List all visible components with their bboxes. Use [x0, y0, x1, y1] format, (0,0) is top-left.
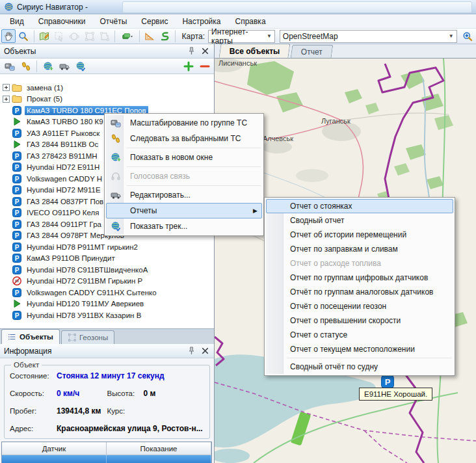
submenu-item-0[interactable]: Отчет о стоянках [266, 199, 453, 213]
object-groupbox: Объект Состояние: Стоянка 12 минут 17 се… [4, 361, 210, 439]
svg-text:P: P [15, 130, 20, 137]
submenu-item-8[interactable]: Отчет о превышении скорости [266, 313, 453, 328]
map-edit-button[interactable] [37, 29, 51, 43]
select-circle-button[interactable] [67, 29, 81, 43]
tree-item[interactable]: PКамАЗ Р911ОВ Принудит [0, 253, 214, 265]
select-polygon-button[interactable] [98, 29, 112, 43]
vehicle-p-icon: P [12, 219, 22, 230]
add-object-button[interactable] [181, 59, 196, 73]
tree-item-label: IVECO О911РО Келя [25, 208, 101, 217]
folder-icon [12, 83, 22, 93]
zoom-to-group-button[interactable] [2, 59, 17, 73]
tree-item-label: Hyundai HD78 С911ВТШвидченкоА [25, 265, 150, 274]
submenu-item-4[interactable]: Отчет о расходе топлива [266, 256, 453, 271]
info-panel-body: Объект Состояние: Стоянка 12 минут 17 се… [0, 358, 214, 442]
remove-object-button[interactable] [197, 59, 212, 73]
tab-report[interactable]: Отчет [291, 45, 334, 58]
svg-text:P: P [15, 153, 20, 160]
arrow-green-icon [12, 116, 22, 127]
tree-item[interactable]: PHyundai HD78 С911ВТШвидченкоА [0, 264, 214, 276]
context-menu-item-1[interactable]: Следовать за выбранными ТС [106, 131, 262, 146]
edit-object-button[interactable] [57, 59, 72, 73]
map-label-luhansk: Луганськ [321, 117, 350, 125]
submenu-item-12[interactable]: Сводный отчёт по судну [266, 360, 453, 374]
pin-icon[interactable] [187, 346, 196, 356]
objects-panel-header: Объекты [0, 44, 214, 59]
zoom-tool-button[interactable] [16, 29, 31, 43]
show-track-button[interactable] [73, 59, 88, 73]
ruler-button[interactable] [142, 29, 157, 43]
show-in-new-window-button[interactable] [40, 59, 55, 73]
select-rect-button[interactable] [82, 29, 96, 43]
menu-item-4[interactable]: Настройка [175, 15, 228, 28]
arrow-green-icon [12, 139, 22, 150]
follow-button[interactable] [18, 59, 33, 73]
pin-icon[interactable] [187, 46, 196, 56]
address-label: Адрес: [10, 425, 57, 432]
close-icon[interactable] [200, 46, 210, 56]
menu-item-3[interactable]: Сервис [134, 15, 175, 28]
tab-geozones[interactable]: Геозоны [61, 330, 114, 344]
tree-item[interactable]: Hyundai HD72 С911ВМ Гирькин Р [0, 276, 214, 287]
tree-item[interactable]: Hyundai HD120 Т911МУ Аверкиев [0, 298, 214, 310]
context-menu-item-0[interactable]: Масштабирование по группе ТС [106, 115, 262, 131]
context-menu-item-5[interactable]: Голосовая связь [106, 168, 262, 184]
menu-item-2[interactable]: Отчёты [92, 15, 134, 28]
menu-item-5[interactable]: Справка [228, 15, 272, 28]
submenu-item-7[interactable]: Отчёт о посещении геозон [266, 299, 453, 313]
sensor-table-header: Датчик Показание [2, 442, 211, 455]
zoom-plus-button[interactable] [460, 29, 475, 43]
tree-item[interactable]: PHyundai HD78 У911ВХ Казарин В [0, 310, 214, 321]
context-menu-item-label: Показать в новом окне [130, 153, 213, 162]
close-icon[interactable] [200, 346, 210, 356]
select-area-button[interactable] [52, 29, 66, 43]
app-icon [4, 2, 14, 12]
layers-dropdown-button[interactable] [118, 29, 137, 43]
submenu-item-2[interactable]: Отчет об истории перемещений [266, 228, 453, 242]
vehicle-p-icon: P [12, 105, 22, 116]
map-source-combobox[interactable]: Интернет-карты ▼ [208, 30, 275, 43]
context-menu-item-8[interactable]: Отчеты▶ [106, 203, 262, 218]
state-value: Стоянка 12 минут 17 секунд [57, 371, 165, 380]
info-panel-header: Информация [0, 344, 214, 358]
chevron-down-icon: ▼ [267, 33, 272, 39]
submenu-item-5[interactable]: Отчет по группам цифровых датчиков [266, 271, 453, 285]
pan-tool-button[interactable] [1, 29, 16, 43]
svg-text:P: P [15, 289, 20, 297]
expander-icon[interactable] [3, 84, 10, 91]
route-button[interactable] [157, 29, 172, 43]
sensor-row-selected[interactable] [2, 455, 211, 463]
context-menu-item-3[interactable]: Показать в новом окне [106, 150, 262, 165]
speed-label: Скорость: [10, 390, 57, 397]
tree-item-label: Hyundai HD72 M911Е [25, 185, 103, 194]
context-menu-item-9[interactable]: Показать трек... [106, 218, 262, 234]
tree-folder[interactable]: Прокат (5) [0, 94, 214, 105]
tab-objects[interactable]: Объекты [1, 329, 60, 344]
submenu-item-6[interactable]: Отчёт по группам аналоговых датчиков [266, 285, 453, 299]
course-label: Курс: [107, 407, 144, 415]
submenu-item-1[interactable]: Сводный отчет [266, 213, 453, 228]
tree-item-label: ГАЗ 2844 О837РТ Пов [25, 197, 105, 206]
sensor-column-header[interactable]: Датчик [2, 442, 107, 455]
expander-icon[interactable] [3, 96, 10, 103]
svg-text:P: P [15, 209, 20, 217]
tree-item[interactable]: PVolkswagen CADDY С911НХ Сытенко [0, 287, 214, 298]
context-menu-item-label: Голосовая связь [130, 172, 190, 181]
sensor-table: Датчик Показание [1, 442, 212, 463]
tab-all-objects[interactable]: Все объекты [218, 44, 291, 58]
title-bar[interactable]: Сириус Навигатор - [0, 0, 476, 14]
submenu-item-3[interactable]: Отчет по заправкам и сливам [266, 242, 453, 256]
reading-column-header[interactable]: Показание [107, 442, 211, 455]
menu-item-1[interactable]: Справочники [31, 15, 93, 28]
context-menu-item-7[interactable]: Редактировать... [106, 187, 262, 203]
submenu-item-10[interactable]: Отчет о текущем местоположении [266, 342, 453, 356]
no-signal-icon [12, 276, 22, 286]
submenu-item-9[interactable]: Отчет о статусе [266, 328, 453, 342]
svg-text:P: P [15, 176, 20, 183]
menu-item-0[interactable]: Вид [3, 15, 31, 28]
map-provider-combobox[interactable]: OpenStreetMap ▼ [280, 30, 457, 43]
vehicle-p-icon: P [12, 230, 22, 241]
tree-item[interactable]: PHyundai HD78 Р911МТ гирькин2 [0, 241, 214, 253]
tree-folder[interactable]: замена (1) [0, 82, 214, 94]
toolbar-separator [34, 31, 34, 42]
